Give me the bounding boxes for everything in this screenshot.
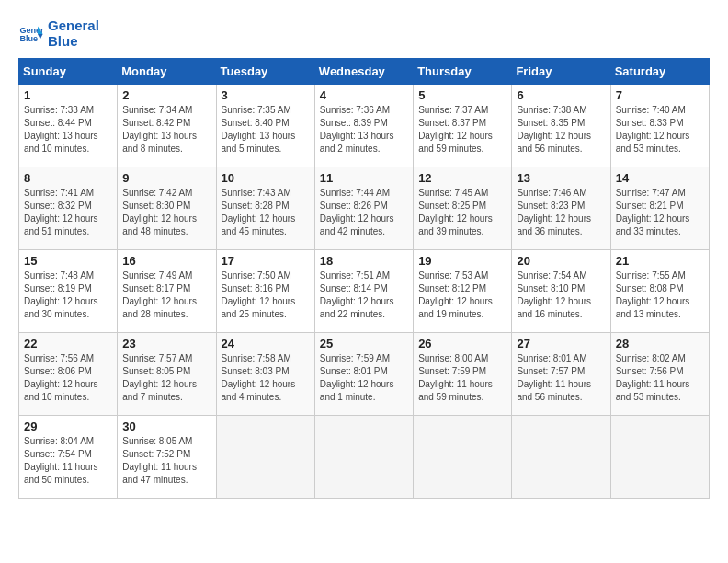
day-number: 13 [517, 171, 605, 185]
day-info: Sunrise: 8:00 AMSunset: 7:59 PMDaylight:… [418, 352, 506, 404]
week-row-1: 1 Sunrise: 7:33 AMSunset: 8:44 PMDayligh… [19, 85, 710, 167]
day-cell: 13 Sunrise: 7:46 AMSunset: 8:23 PMDaylig… [512, 167, 610, 250]
week-row-3: 15 Sunrise: 7:48 AMSunset: 8:19 PMDaylig… [19, 250, 710, 333]
day-number: 24 [222, 337, 310, 350]
day-cell: 25 Sunrise: 7:59 AMSunset: 8:01 PMDaylig… [314, 333, 413, 416]
day-cell [512, 416, 610, 499]
day-info: Sunrise: 7:41 AMSunset: 8:32 PMDaylight:… [24, 187, 112, 238]
day-cell: 20 Sunrise: 7:54 AMSunset: 8:10 PMDaylig… [512, 250, 610, 333]
day-cell: 9 Sunrise: 7:42 AMSunset: 8:30 PMDayligh… [118, 167, 216, 250]
day-cell: 8 Sunrise: 7:41 AMSunset: 8:32 PMDayligh… [19, 167, 118, 250]
day-info: Sunrise: 7:49 AMSunset: 8:17 PMDaylight:… [122, 270, 210, 321]
day-cell: 10 Sunrise: 7:43 AMSunset: 8:28 PMDaylig… [216, 167, 314, 250]
day-number: 22 [24, 337, 112, 350]
day-cell: 6 Sunrise: 7:38 AMSunset: 8:35 PMDayligh… [512, 85, 610, 167]
logo-text: GeneralBlue [48, 18, 99, 49]
day-number: 4 [320, 88, 408, 102]
day-number: 10 [222, 171, 310, 185]
day-cell: 22 Sunrise: 7:56 AMSunset: 8:06 PMDaylig… [19, 333, 118, 416]
day-number: 8 [24, 171, 112, 185]
header: General Blue GeneralBlue [18, 18, 710, 49]
col-header-friday: Friday [512, 59, 610, 85]
day-number: 25 [320, 337, 408, 350]
day-cell [414, 416, 512, 499]
day-number: 14 [616, 171, 704, 185]
logo: General Blue GeneralBlue [18, 18, 99, 49]
day-cell: 5 Sunrise: 7:37 AMSunset: 8:37 PMDayligh… [414, 85, 512, 167]
day-cell [610, 416, 709, 499]
col-header-wednesday: Wednesday [314, 59, 413, 85]
day-number: 9 [122, 171, 210, 185]
day-cell: 15 Sunrise: 7:48 AMSunset: 8:19 PMDaylig… [19, 250, 118, 333]
day-number: 12 [418, 171, 506, 185]
col-header-saturday: Saturday [610, 59, 709, 85]
week-row-2: 8 Sunrise: 7:41 AMSunset: 8:32 PMDayligh… [19, 167, 710, 250]
day-number: 19 [418, 254, 506, 268]
day-cell: 27 Sunrise: 8:01 AMSunset: 7:57 PMDaylig… [512, 333, 610, 416]
day-info: Sunrise: 7:45 AMSunset: 8:25 PMDaylight:… [418, 187, 506, 238]
day-number: 2 [122, 88, 210, 102]
day-info: Sunrise: 7:59 AMSunset: 8:01 PMDaylight:… [320, 352, 408, 404]
week-row-5: 29 Sunrise: 8:04 AMSunset: 7:54 PMDaylig… [19, 416, 710, 499]
day-info: Sunrise: 8:01 AMSunset: 7:57 PMDaylight:… [517, 352, 605, 404]
day-info: Sunrise: 8:04 AMSunset: 7:54 PMDaylight:… [24, 435, 112, 487]
day-number: 30 [122, 419, 210, 433]
day-cell: 19 Sunrise: 7:53 AMSunset: 8:12 PMDaylig… [414, 250, 512, 333]
day-cell: 26 Sunrise: 8:00 AMSunset: 7:59 PMDaylig… [414, 333, 512, 416]
day-number: 3 [222, 88, 310, 102]
day-number: 11 [320, 171, 408, 185]
day-cell [314, 416, 413, 499]
day-cell: 29 Sunrise: 8:04 AMSunset: 7:54 PMDaylig… [19, 416, 118, 499]
day-cell [216, 416, 314, 499]
day-info: Sunrise: 7:46 AMSunset: 8:23 PMDaylight:… [517, 187, 605, 238]
day-cell: 21 Sunrise: 7:55 AMSunset: 8:08 PMDaylig… [610, 250, 709, 333]
day-info: Sunrise: 7:47 AMSunset: 8:21 PMDaylight:… [616, 187, 704, 238]
day-cell: 23 Sunrise: 7:57 AMSunset: 8:05 PMDaylig… [118, 333, 216, 416]
day-cell: 2 Sunrise: 7:34 AMSunset: 8:42 PMDayligh… [118, 85, 216, 167]
day-info: Sunrise: 7:36 AMSunset: 8:39 PMDaylight:… [320, 104, 408, 155]
day-cell: 28 Sunrise: 8:02 AMSunset: 7:56 PMDaylig… [610, 333, 709, 416]
day-info: Sunrise: 7:55 AMSunset: 8:08 PMDaylight:… [616, 270, 704, 321]
day-cell: 17 Sunrise: 7:50 AMSunset: 8:16 PMDaylig… [216, 250, 314, 333]
col-header-thursday: Thursday [414, 59, 512, 85]
calendar-table: SundayMondayTuesdayWednesdayThursdayFrid… [18, 58, 710, 499]
day-info: Sunrise: 7:33 AMSunset: 8:44 PMDaylight:… [24, 104, 112, 155]
day-cell: 14 Sunrise: 7:47 AMSunset: 8:21 PMDaylig… [610, 167, 709, 250]
day-number: 7 [616, 88, 704, 102]
day-info: Sunrise: 7:43 AMSunset: 8:28 PMDaylight:… [222, 187, 310, 238]
day-number: 20 [517, 254, 605, 268]
day-cell: 3 Sunrise: 7:35 AMSunset: 8:40 PMDayligh… [216, 85, 314, 167]
day-info: Sunrise: 7:38 AMSunset: 8:35 PMDaylight:… [517, 104, 605, 155]
logo-icon: General Blue [18, 21, 44, 47]
col-header-monday: Monday [118, 59, 216, 85]
day-info: Sunrise: 7:51 AMSunset: 8:14 PMDaylight:… [320, 270, 408, 321]
day-number: 23 [122, 337, 210, 350]
day-number: 17 [222, 254, 310, 268]
day-cell: 11 Sunrise: 7:44 AMSunset: 8:26 PMDaylig… [314, 167, 413, 250]
day-info: Sunrise: 7:40 AMSunset: 8:33 PMDaylight:… [616, 104, 704, 155]
day-number: 21 [616, 254, 704, 268]
day-number: 26 [418, 337, 506, 350]
week-row-4: 22 Sunrise: 7:56 AMSunset: 8:06 PMDaylig… [19, 333, 710, 416]
day-info: Sunrise: 7:56 AMSunset: 8:06 PMDaylight:… [24, 352, 112, 404]
day-number: 16 [122, 254, 210, 268]
day-cell: 24 Sunrise: 7:58 AMSunset: 8:03 PMDaylig… [216, 333, 314, 416]
day-info: Sunrise: 7:54 AMSunset: 8:10 PMDaylight:… [517, 270, 605, 321]
day-number: 18 [320, 254, 408, 268]
day-info: Sunrise: 7:35 AMSunset: 8:40 PMDaylight:… [222, 104, 310, 155]
col-header-tuesday: Tuesday [216, 59, 314, 85]
day-number: 27 [517, 337, 605, 350]
day-number: 1 [24, 88, 112, 102]
day-cell: 1 Sunrise: 7:33 AMSunset: 8:44 PMDayligh… [19, 85, 118, 167]
day-info: Sunrise: 8:02 AMSunset: 7:56 PMDaylight:… [616, 352, 704, 404]
day-number: 6 [517, 88, 605, 102]
day-info: Sunrise: 7:50 AMSunset: 8:16 PMDaylight:… [222, 270, 310, 321]
day-cell: 4 Sunrise: 7:36 AMSunset: 8:39 PMDayligh… [314, 85, 413, 167]
day-info: Sunrise: 7:58 AMSunset: 8:03 PMDaylight:… [222, 352, 310, 404]
day-cell: 12 Sunrise: 7:45 AMSunset: 8:25 PMDaylig… [414, 167, 512, 250]
day-cell: 18 Sunrise: 7:51 AMSunset: 8:14 PMDaylig… [314, 250, 413, 333]
day-info: Sunrise: 7:34 AMSunset: 8:42 PMDaylight:… [122, 104, 210, 155]
day-number: 15 [24, 254, 112, 268]
svg-text:Blue: Blue [19, 34, 38, 43]
day-number: 5 [418, 88, 506, 102]
